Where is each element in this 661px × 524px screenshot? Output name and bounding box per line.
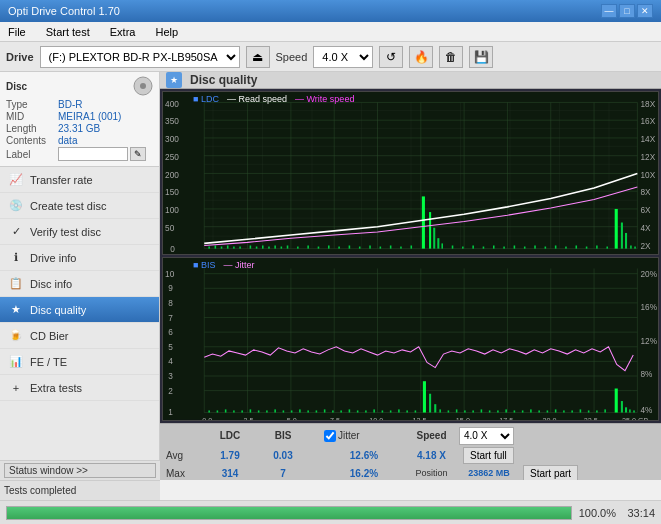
disc-mid-value: MEIRA1 (001) (58, 111, 153, 122)
sidebar-item-disc-info-label: Disc info (30, 278, 72, 290)
sidebar-item-create-test-disc-label: Create test disc (30, 200, 106, 212)
svg-rect-152 (208, 410, 210, 412)
svg-rect-171 (365, 410, 367, 412)
chart-quality-icon: ★ (166, 72, 182, 88)
svg-rect-65 (287, 245, 289, 248)
start-part-button[interactable]: Start part (523, 465, 578, 480)
svg-rect-156 (241, 410, 243, 412)
svg-rect-174 (390, 410, 392, 412)
status-window-button[interactable]: Status window >> (4, 463, 156, 478)
svg-rect-76 (400, 247, 402, 249)
jitter-checkbox[interactable] (324, 430, 336, 442)
svg-rect-63 (274, 245, 276, 248)
svg-rect-55 (221, 247, 223, 249)
svg-rect-183 (456, 409, 458, 412)
stats-speed-select[interactable]: 4.0 X (459, 427, 514, 445)
svg-rect-166 (324, 409, 326, 412)
disc-label-input[interactable] (58, 147, 128, 161)
label-edit-button[interactable]: ✎ (130, 147, 146, 161)
disc-mid-row: MID MEIRA1 (001) (6, 111, 153, 122)
svg-text:17.5: 17.5 (499, 416, 513, 420)
svg-rect-83 (452, 245, 454, 248)
progress-bar (6, 506, 572, 520)
title-bar: Opti Drive Control 1.70 — □ ✕ (0, 0, 661, 22)
sidebar-item-drive-info[interactable]: ℹ Drive info (0, 245, 159, 271)
sidebar-item-fe-te-label: FE / TE (30, 356, 67, 368)
legend-write-speed: — Write speed (295, 94, 354, 104)
svg-rect-62 (268, 247, 270, 249)
svg-rect-95 (621, 223, 623, 249)
stats-avg-speed: 4.18 X (404, 450, 459, 461)
erase-button[interactable]: 🗑 (439, 46, 463, 68)
svg-text:7: 7 (168, 312, 173, 322)
disc-icon (133, 76, 153, 96)
sidebar-item-transfer-rate[interactable]: 📈 Transfer rate (0, 167, 159, 193)
start-full-button[interactable]: Start full (463, 447, 514, 464)
disc-type-label: Type (6, 99, 58, 110)
sidebar-item-verify-test-disc[interactable]: ✓ Verify test disc (0, 219, 159, 245)
chart-title: Disc quality (190, 73, 257, 87)
svg-rect-90 (524, 247, 526, 249)
svg-rect-184 (464, 410, 466, 412)
verify-test-disc-icon: ✓ (8, 224, 24, 240)
jitter-label: Jitter (338, 430, 360, 441)
speed-select[interactable]: 4.0 X (313, 46, 373, 68)
sidebar-item-disc-quality[interactable]: ★ Disc quality (0, 297, 159, 323)
svg-rect-85 (472, 245, 474, 248)
minimize-button[interactable]: — (601, 4, 617, 18)
sidebar-item-extra-tests[interactable]: + Extra tests (0, 375, 159, 401)
sidebar-item-fe-te[interactable]: 📊 FE / TE (0, 349, 159, 375)
svg-point-1 (140, 83, 146, 89)
svg-text:200: 200 (165, 170, 179, 180)
svg-text:10X: 10X (640, 170, 655, 180)
refresh-button[interactable]: ↺ (379, 46, 403, 68)
menu-help[interactable]: Help (151, 24, 182, 40)
bottom-bar: 100.0% 33:14 (0, 500, 661, 524)
maximize-button[interactable]: □ (619, 4, 635, 18)
svg-text:2X: 2X (640, 241, 651, 251)
svg-text:4: 4 (168, 356, 173, 366)
svg-rect-104 (163, 258, 658, 420)
chart-area: ★ Disc quality ■ LDC — Read speed — Writ… (160, 72, 661, 480)
svg-rect-175 (398, 409, 400, 412)
menu-bar: File Start test Extra Help (0, 22, 661, 42)
stats-avg-ldc: 1.79 (202, 450, 258, 461)
svg-text:400: 400 (165, 99, 179, 109)
disc-mid-label: MID (6, 111, 58, 122)
sidebar-item-create-test-disc[interactable]: 💿 Create test disc (0, 193, 159, 219)
svg-rect-180 (434, 404, 436, 412)
svg-rect-206 (633, 410, 635, 412)
menu-file[interactable]: File (4, 24, 30, 40)
speed-label: Speed (276, 51, 308, 63)
svg-text:25.0 GB: 25.0 GB (622, 416, 649, 420)
svg-rect-93 (555, 245, 557, 248)
menu-extra[interactable]: Extra (106, 24, 140, 40)
svg-rect-173 (382, 410, 384, 412)
svg-rect-201 (604, 409, 606, 412)
svg-text:150: 150 (165, 187, 179, 197)
svg-rect-80 (433, 228, 435, 249)
stats-max-position: 23862 MB (459, 468, 519, 478)
svg-rect-205 (629, 409, 631, 412)
svg-rect-168 (340, 410, 342, 412)
burn-button[interactable]: 🔥 (409, 46, 433, 68)
svg-rect-103 (634, 247, 636, 249)
sidebar-item-extra-tests-label: Extra tests (30, 382, 82, 394)
disc-section-label: Disc (6, 81, 27, 92)
svg-rect-162 (291, 410, 293, 412)
save-button[interactable]: 💾 (469, 46, 493, 68)
sidebar-item-cd-bier[interactable]: 🍺 CD Bier (0, 323, 159, 349)
svg-text:9: 9 (168, 283, 173, 293)
svg-text:4X: 4X (640, 223, 651, 233)
svg-rect-191 (522, 410, 524, 412)
svg-text:22.5: 22.5 (584, 416, 598, 420)
close-button[interactable]: ✕ (637, 4, 653, 18)
drive-info-icon: ℹ (8, 250, 24, 266)
svg-rect-169 (349, 409, 351, 412)
stats-max-bis: 7 (258, 468, 308, 479)
svg-text:6: 6 (168, 327, 173, 337)
drive-select[interactable]: (F:) PLEXTOR BD-R PX-LB950SA 1.06 (40, 46, 240, 68)
menu-start-test[interactable]: Start test (42, 24, 94, 40)
eject-button[interactable]: ⏏ (246, 46, 270, 68)
sidebar-item-disc-info[interactable]: 📋 Disc info (0, 271, 159, 297)
